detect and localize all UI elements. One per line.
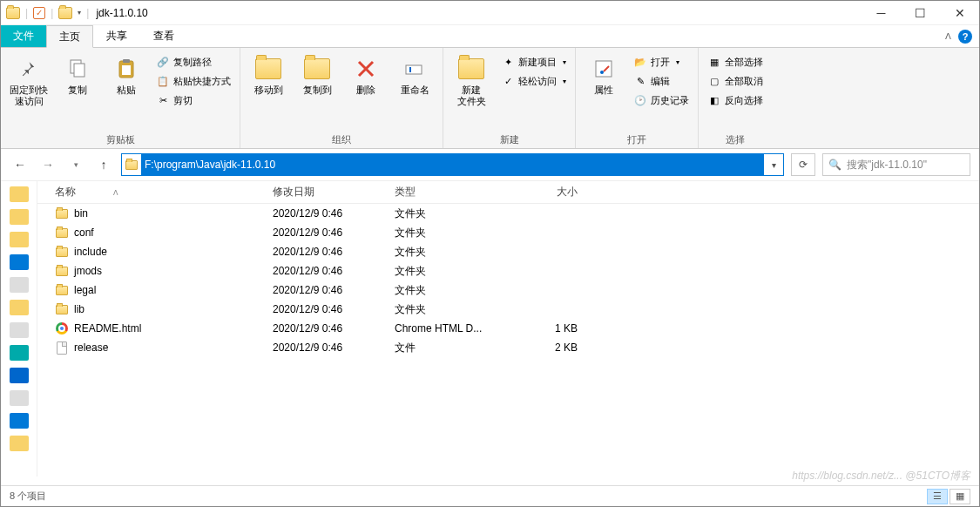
file-name: release xyxy=(74,341,108,354)
help-icon[interactable]: ? xyxy=(958,30,972,44)
address-dropdown-icon[interactable]: ▾ xyxy=(764,160,783,170)
ribbon: 固定到快 速访问 复制 粘贴 🔗复制路径 📋粘贴快捷方式 ✂剪切 剪贴板 移动到 xyxy=(1,48,979,149)
up-button[interactable]: ↑ xyxy=(93,154,114,175)
folder-icon xyxy=(56,209,68,219)
file-size: 2 KB xyxy=(508,341,595,354)
edit-button[interactable]: ✎编辑 xyxy=(630,72,693,90)
history-button[interactable]: 🕑历史记录 xyxy=(630,91,693,109)
selectnone-button[interactable]: ▢全部取消 xyxy=(704,72,767,90)
quick-access-checked-icon[interactable]: ✓ xyxy=(33,7,45,19)
maximize-button[interactable]: ☐ xyxy=(901,1,940,25)
pasteshortcut-label: 粘贴快捷方式 xyxy=(173,75,231,88)
folder-icon xyxy=(56,286,68,295)
group-open: 属性 📂打开▾ ✎编辑 🕑历史记录 打开 xyxy=(576,48,699,148)
group-organize-label: 组织 xyxy=(246,132,437,146)
sidebar-collapsed[interactable] xyxy=(1,181,37,477)
copy-label: 复制 xyxy=(68,84,87,96)
rename-button[interactable]: 重命名 xyxy=(392,51,437,96)
easyaccess-button[interactable]: ✓轻松访问▾ xyxy=(497,72,570,90)
folder-icon xyxy=(56,228,68,238)
file-type: 文件夹 xyxy=(386,264,508,279)
separator: | xyxy=(25,7,28,19)
back-button[interactable]: ← xyxy=(10,154,30,175)
app-icon xyxy=(6,7,20,19)
copy-icon xyxy=(64,55,91,83)
file-name: README.html xyxy=(74,322,141,335)
close-button[interactable]: ✕ xyxy=(940,1,979,25)
edit-icon: ✎ xyxy=(633,74,647,88)
watermark: https://blog.csdn.net/z... @51CTO博客 xyxy=(792,469,970,483)
moveto-button[interactable]: 移动到 xyxy=(246,51,291,96)
selectall-button[interactable]: ▦全部选择 xyxy=(704,53,767,71)
ribbon-collapse-icon[interactable]: ᐱ xyxy=(945,31,951,41)
minimize-button[interactable]: ─ xyxy=(862,1,901,25)
file-type: 文件 xyxy=(386,341,508,355)
delete-button[interactable]: 删除 xyxy=(343,51,389,96)
copyto-button[interactable]: 复制到 xyxy=(294,51,340,96)
col-date[interactable]: 修改日期 xyxy=(264,185,386,199)
file-name: lib xyxy=(74,303,84,315)
file-row[interactable]: README.html2020/12/9 0:46Chrome HTML D..… xyxy=(37,319,979,338)
file-row[interactable]: conf2020/12/9 0:46文件夹 xyxy=(37,223,979,242)
pin-button[interactable]: 固定到快 速访问 xyxy=(6,51,51,107)
open-button[interactable]: 📂打开▾ xyxy=(630,53,693,71)
file-row[interactable]: lib2020/12/9 0:46文件夹 xyxy=(37,300,979,319)
moveto-label: 移动到 xyxy=(254,84,283,96)
status-bar: 8 个项目 ☰ ▦ xyxy=(1,485,979,506)
tab-view[interactable]: 查看 xyxy=(140,25,187,47)
details-view-button[interactable]: ☰ xyxy=(927,489,948,504)
cut-button[interactable]: ✂剪切 xyxy=(152,91,234,109)
tab-home[interactable]: 主页 xyxy=(46,25,93,48)
file-name: include xyxy=(74,246,107,258)
column-headers[interactable]: 名称 ᐱ 修改日期 类型 大小 xyxy=(37,181,979,204)
address-input[interactable] xyxy=(141,154,764,175)
invert-button[interactable]: ◧反向选择 xyxy=(704,91,767,109)
search-box[interactable]: 🔍 搜索"jdk-11.0.10" xyxy=(822,153,970,176)
invert-icon: ◧ xyxy=(707,93,721,107)
folder-icon xyxy=(56,247,68,257)
copy-button[interactable]: 复制 xyxy=(55,51,100,96)
refresh-button[interactable]: ⟳ xyxy=(791,153,815,176)
forward-button[interactable]: → xyxy=(37,154,58,175)
newfolder-button[interactable]: 新建 文件夹 xyxy=(449,51,494,107)
file-menu[interactable]: 文件 xyxy=(1,25,46,47)
file-list[interactable]: 名称 ᐱ 修改日期 类型 大小 bin2020/12/9 0:46文件夹conf… xyxy=(37,181,979,477)
newitem-button[interactable]: ✦新建项目▾ xyxy=(497,53,570,71)
pasteshortcut-button[interactable]: 📋粘贴快捷方式 xyxy=(152,72,234,90)
selectall-label: 全部选择 xyxy=(725,56,763,69)
file-icon xyxy=(57,341,67,355)
file-row[interactable]: include2020/12/9 0:46文件夹 xyxy=(37,242,979,261)
recent-dropdown[interactable]: ▾ xyxy=(65,154,86,175)
selectnone-icon: ▢ xyxy=(707,74,721,88)
open-icon: 📂 xyxy=(633,55,647,69)
file-date: 2020/12/9 0:46 xyxy=(264,341,386,354)
navbar: ← → ▾ ↑ ▾ ⟳ 🔍 搜索"jdk-11.0.10" xyxy=(1,149,979,180)
selectall-icon: ▦ xyxy=(707,55,721,69)
tab-share[interactable]: 共享 xyxy=(93,25,140,47)
history-label: 历史记录 xyxy=(651,94,689,107)
file-row[interactable]: jmods2020/12/9 0:46文件夹 xyxy=(37,261,979,281)
address-bar[interactable]: ▾ xyxy=(121,153,784,176)
invert-label: 反向选择 xyxy=(725,94,763,107)
properties-button[interactable]: 属性 xyxy=(581,51,626,96)
newfolder-icon xyxy=(457,55,485,83)
folder-icon[interactable] xyxy=(58,7,72,19)
group-clipboard: 固定到快 速访问 复制 粘贴 🔗复制路径 📋粘贴快捷方式 ✂剪切 剪贴板 xyxy=(1,48,240,148)
col-name[interactable]: 名称 ᐱ xyxy=(37,185,264,199)
file-row[interactable]: legal2020/12/9 0:46文件夹 xyxy=(37,281,979,300)
paste-button[interactable]: 粘贴 xyxy=(104,51,149,96)
file-row[interactable]: bin2020/12/9 0:46文件夹 xyxy=(37,204,979,223)
copypath-button[interactable]: 🔗复制路径 xyxy=(152,53,234,71)
pin-label: 固定到快 速访问 xyxy=(10,84,48,107)
icons-view-button[interactable]: ▦ xyxy=(950,489,970,504)
col-size[interactable]: 大小 xyxy=(508,185,595,199)
file-row[interactable]: release2020/12/9 0:46文件2 KB xyxy=(37,338,979,357)
group-clipboard-label: 剪贴板 xyxy=(6,132,234,146)
col-type[interactable]: 类型 xyxy=(386,185,508,199)
separator: | xyxy=(51,7,53,19)
file-name: jmods xyxy=(74,265,102,277)
file-date: 2020/12/9 0:46 xyxy=(264,226,386,239)
chevron-down-icon[interactable]: ▾ xyxy=(78,9,81,17)
open-label: 打开 xyxy=(651,56,670,69)
moveto-icon xyxy=(254,55,282,83)
